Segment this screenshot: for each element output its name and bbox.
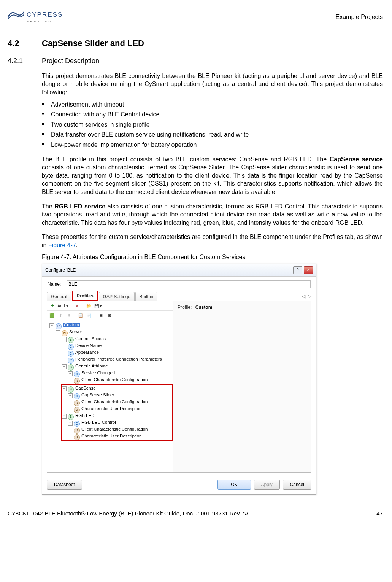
footer-page-number: 47 bbox=[376, 510, 383, 517]
twist-icon[interactable]: − bbox=[68, 371, 73, 376]
tree-node[interactable]: Generic Attribute bbox=[75, 364, 108, 368]
move-up-icon[interactable]: ⬆ bbox=[57, 312, 63, 319]
dialog-left-panel: ✚ Add ▾ | ✕ | 📂 💾▾ 🟩 ⬆ ⬇ | 📋 📄 | ⊞ ⊟ bbox=[47, 301, 173, 472]
list-item: Data transfer over BLE custom service us… bbox=[42, 130, 383, 139]
paragraph-rgb: The RGB LED service also consists of one… bbox=[42, 202, 383, 227]
cancel-button[interactable]: Cancel bbox=[283, 480, 311, 490]
twist-icon[interactable]: − bbox=[49, 323, 54, 328]
subsection-title: Project Description bbox=[42, 57, 99, 65]
list-item: Connection with any BLE Central device bbox=[42, 110, 383, 119]
page-footer: CY8CKIT-042-BLE Bluetooth® Low Energy (B… bbox=[8, 510, 383, 517]
dialog-tabs: General Profiles GAP Settings Built-in ◁… bbox=[47, 290, 311, 301]
figure-caption: Figure 4-7. Attributes Configuration in … bbox=[42, 253, 383, 261]
figure-link[interactable]: Figure 4-7 bbox=[48, 242, 76, 248]
toolbar-icon[interactable]: 🟩 bbox=[49, 312, 55, 319]
twist-icon[interactable]: − bbox=[68, 421, 73, 426]
desc-badge-icon: D bbox=[74, 434, 80, 440]
header-chapter: Example Projects bbox=[336, 13, 383, 21]
dialog-titlebar: Configure 'BLE' ? ✕ bbox=[42, 264, 316, 277]
help-button[interactable]: ? bbox=[293, 266, 302, 274]
logo-subtext: PERFORM bbox=[27, 20, 52, 24]
paragraph-ref: These properties for the custom service/… bbox=[42, 233, 383, 249]
tab-scroll-arrows[interactable]: ◁ ▷ bbox=[302, 293, 311, 301]
section-title: CapSense Slider and LED bbox=[42, 38, 144, 48]
desc-badge-icon: D bbox=[74, 407, 80, 413]
tab-general[interactable]: General bbox=[47, 292, 71, 301]
delete-button[interactable]: ✕ bbox=[74, 302, 80, 309]
profile-value: Custom bbox=[195, 305, 213, 310]
tree-node-custom[interactable]: Custom bbox=[63, 323, 80, 327]
tree-node[interactable]: Device Name bbox=[75, 343, 102, 348]
close-button[interactable]: ✕ bbox=[304, 266, 313, 274]
paragraph-capsense: The BLE profile in this project consists… bbox=[42, 155, 383, 196]
apply-button[interactable]: Apply bbox=[254, 480, 280, 490]
save-icon[interactable]: 💾▾ bbox=[94, 302, 102, 309]
logo-text: CYPRESS bbox=[27, 11, 63, 19]
dialog-button-row: Datasheet OK Apply Cancel bbox=[42, 477, 316, 494]
subsection-heading: 4.2.1Project Description bbox=[8, 56, 383, 65]
add-button-label[interactable]: Add ▾ bbox=[57, 302, 68, 309]
profile-label: Profile: bbox=[178, 305, 192, 310]
dialog-configure-ble: Configure 'BLE' ? ✕ Name: General Profil… bbox=[42, 264, 316, 495]
tree-node-server[interactable]: Server bbox=[69, 329, 82, 334]
name-row: Name: bbox=[42, 277, 316, 290]
footer-doc-id: CY8CKIT-042-BLE Bluetooth® Low Energy (B… bbox=[8, 510, 249, 517]
tree-node[interactable]: CapSense Slider bbox=[81, 393, 114, 397]
datasheet-button[interactable]: Datasheet bbox=[47, 480, 82, 490]
tree-toolbar-1: ✚ Add ▾ | ✕ | 📂 💾▾ bbox=[47, 301, 173, 311]
list-item: Low-power mode implementation for batter… bbox=[42, 141, 383, 149]
tree-node[interactable]: Client Characteristic Configuration bbox=[81, 399, 148, 404]
subsection-number: 4.2.1 bbox=[8, 56, 42, 65]
twist-icon[interactable]: − bbox=[68, 393, 73, 398]
tree-node[interactable]: Characteristic User Description bbox=[81, 434, 142, 438]
tree-node-capsense[interactable]: CapSense bbox=[75, 386, 96, 390]
tab-gap-settings[interactable]: GAP Settings bbox=[99, 292, 135, 301]
list-item: Two custom services in single profile bbox=[42, 121, 383, 129]
open-icon[interactable]: 📂 bbox=[86, 302, 92, 309]
highlighted-services: −SCapSense −CCapSense Slider DClient Cha… bbox=[61, 384, 173, 441]
twist-icon[interactable]: − bbox=[62, 337, 67, 342]
tree-node[interactable]: Service Changed bbox=[81, 371, 115, 375]
name-label: Name: bbox=[48, 281, 67, 287]
tree-node[interactable]: Client Characteristic Configuration bbox=[81, 377, 148, 382]
desc-badge-icon: D bbox=[74, 378, 80, 384]
tree-toolbar-2: 🟩 ⬆ ⬇ | 📋 📄 | ⊞ ⊟ bbox=[47, 311, 173, 320]
twist-icon[interactable]: − bbox=[62, 364, 67, 369]
page-header: CYPRESS PERFORM Example Projects bbox=[8, 9, 383, 24]
twist-icon[interactable]: − bbox=[62, 414, 67, 419]
tree-node-rgb[interactable]: RGB LED bbox=[75, 413, 95, 418]
feature-list: Advertisement with timeout Connection wi… bbox=[42, 100, 383, 149]
brand-logo: CYPRESS PERFORM bbox=[8, 9, 63, 24]
twist-icon[interactable]: − bbox=[56, 330, 60, 335]
paragraph-intro: This project demonstrates BLE connectivi… bbox=[42, 72, 383, 97]
section-heading: 4.2CapSense Slider and LED bbox=[8, 38, 383, 49]
expand-all-icon[interactable]: ⊞ bbox=[98, 312, 104, 319]
dialog-right-panel: Profile: Custom bbox=[173, 301, 311, 472]
tree-node[interactable]: Peripheral Preferred Connection Paramete… bbox=[75, 357, 162, 361]
list-item: Advertisement with timeout bbox=[42, 100, 383, 109]
collapse-all-icon[interactable]: ⊟ bbox=[106, 312, 112, 319]
tree-node[interactable]: Client Characteristic Configuration bbox=[81, 427, 148, 431]
dialog-title-text: Configure 'BLE' bbox=[45, 267, 77, 273]
twist-icon[interactable]: − bbox=[62, 386, 67, 391]
profile-tree[interactable]: −PCustom −RServer −SGeneric Access CDevi… bbox=[47, 320, 173, 472]
name-input[interactable] bbox=[67, 280, 311, 288]
paste-icon[interactable]: 📄 bbox=[86, 312, 92, 319]
tree-node[interactable]: Appearance bbox=[75, 350, 99, 355]
add-button[interactable]: ✚ bbox=[49, 302, 55, 309]
tab-built-in[interactable]: Built-in bbox=[135, 292, 158, 301]
tree-node[interactable]: RGB LED Control bbox=[81, 420, 116, 425]
move-down-icon[interactable]: ⬇ bbox=[66, 312, 72, 319]
ok-button[interactable]: OK bbox=[217, 480, 251, 490]
logo-wave-icon bbox=[8, 9, 25, 21]
copy-icon[interactable]: 📋 bbox=[78, 312, 84, 319]
section-number: 4.2 bbox=[8, 38, 42, 49]
tree-node[interactable]: Characteristic User Description bbox=[81, 406, 142, 411]
tab-profiles[interactable]: Profiles bbox=[72, 291, 98, 301]
tree-node[interactable]: Generic Access bbox=[75, 336, 106, 341]
